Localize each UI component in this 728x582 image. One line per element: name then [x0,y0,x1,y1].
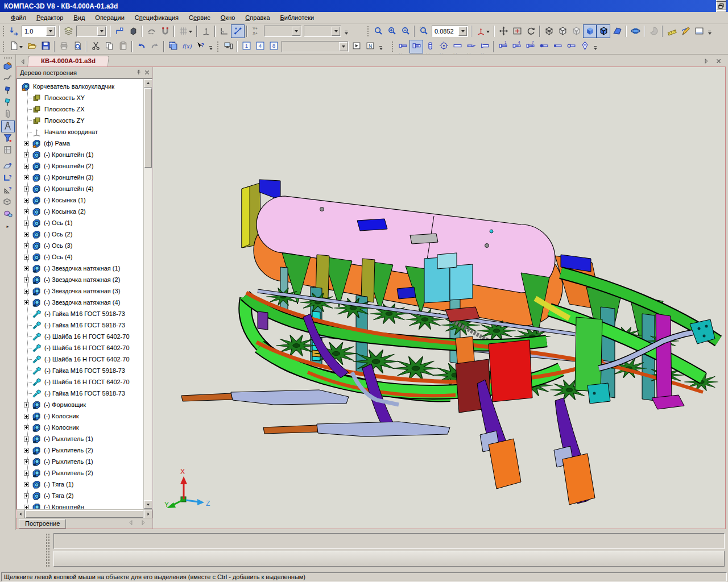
expand-icon[interactable] [24,436,29,442]
tree-item[interactable]: (-) Рыхлитель (1) [17,433,143,444]
fit-button[interactable] [510,24,524,38]
expand-icon[interactable] [24,152,29,157]
lib-bolt-1-button[interactable]: 1 [496,40,510,53]
pin-cyan-button[interactable] [1,97,15,109]
menu-Библиотеки[interactable]: Библиотеки [275,13,320,23]
maximize-button[interactable] [716,2,726,10]
expand-icon[interactable] [24,209,29,214]
assembly-3d-button[interactable] [1,209,15,221]
tree-item[interactable]: Начало координат [17,126,143,138]
tree-item[interactable]: (-) Гайка М16 ГОСТ 5918-73 [17,365,143,376]
lib-bolt-button[interactable]: .. [396,40,410,53]
check-corner-button[interactable]: ? [1,173,15,185]
rotate-3d-button[interactable] [628,24,642,38]
solid-shape-button[interactable] [126,24,140,38]
zoom-in-button[interactable] [385,24,399,38]
normal-mode-button[interactable]: N [363,40,377,53]
expand-icon[interactable] [24,482,29,487]
tree-item[interactable]: (-) Звездочка натяжная (4) [17,297,143,308]
tree-item[interactable]: (-) Кронштейн [17,501,143,509]
expand-icon[interactable] [24,141,29,146]
tree-root[interactable]: Корчеватель валкоукладчик [17,81,143,92]
state-8-button[interactable]: 8 [267,40,280,53]
scale-combo[interactable]: 0.0852 [432,26,468,37]
tree-item[interactable]: (-) Тяга (2) [17,490,143,501]
scroll-up-icon[interactable] [144,79,152,88]
new-button[interactable] [7,40,25,53]
lib-bolt2-button[interactable]: .. [410,40,423,53]
tree-item[interactable]: (-) Звездочка натяжная (3) [17,285,143,297]
tree-item[interactable]: (-) Косынка (1) [17,194,143,206]
expand-icon[interactable] [24,471,29,476]
construction-tree[interactable]: Корчеватель валкоукладчикПлоскость XYПло… [17,79,143,509]
compact-panel-expand-icon[interactable]: ▸ [6,224,9,229]
lib-screw2-button[interactable]: .. [478,40,491,53]
print-button[interactable] [57,40,71,53]
preview-button[interactable] [71,40,84,53]
snap-memory-button[interactable] [144,24,158,38]
local-cs-button[interactable] [199,24,213,38]
scroll-right-icon[interactable] [144,510,152,518]
zoom-window-button[interactable] [371,24,385,38]
lib-bolt-4-button[interactable]: 4 [510,40,523,53]
expand-icon[interactable] [24,425,29,430]
menu-Сервис[interactable]: Сервис [184,13,216,23]
tree-item[interactable]: (-) Кронштейн (2) [17,160,143,172]
tree-item[interactable]: (-) Ось (2) [17,228,143,240]
tree-item[interactable]: (-) Ось (1) [17,217,143,228]
lib-cylinder-button[interactable]: .. [423,40,437,53]
menu-Окно[interactable]: Окно [216,13,241,23]
menu-Редактор[interactable]: Редактор [31,13,68,23]
step-combo-dropdown-icon[interactable] [46,27,55,36]
property-panel-grip[interactable] [46,533,50,567]
tree-item[interactable]: (-) Колосник [17,422,143,433]
spline-button[interactable] [1,73,15,85]
undo-button[interactable] [134,40,148,53]
snap-magnet-button[interactable] [158,24,172,38]
copy-button[interactable] [102,40,116,53]
grid-button[interactable] [176,24,195,38]
tree-item[interactable]: (-) Кронштейн (4) [17,183,143,194]
tree-item[interactable]: (-) Гайка М16 ГОСТ 5918-73 [17,319,143,331]
ortho-drawing-button[interactable] [231,24,245,38]
hidden-thin-button[interactable] [569,24,583,38]
edit-part-button[interactable] [1,61,15,73]
lib-bolt-ring-button[interactable] [564,40,578,53]
tab-scroll-left-button[interactable] [18,57,27,66]
tree-item[interactable]: (-) Шайба 16 Н ГОСТ 6402-70 [17,331,143,342]
redo-button[interactable] [148,40,162,53]
scale-combo-dropdown-icon[interactable] [458,27,467,36]
filter-button[interactable] [1,132,15,144]
3d-viewport[interactable]: X Y Z [153,67,725,529]
tree-item[interactable]: (-) Рыхлитель (2) [17,444,143,456]
expand-icon[interactable] [24,175,29,180]
context-help-button[interactable]: ? [193,40,207,53]
coord-x-field[interactable] [264,26,301,37]
lib-bolt-fill-button[interactable] [537,40,551,53]
tree-tab-prev-icon[interactable] [126,518,135,527]
tree-item[interactable]: Плоскость ZX [17,103,143,115]
cut-button[interactable] [89,40,102,53]
orientation-button[interactable] [474,24,492,38]
zoom-area-button[interactable] [417,24,431,38]
menu-Операции[interactable]: Операции [90,13,129,23]
tree-item[interactable]: (-) Рыхлитель (1) [17,456,143,467]
expand-icon[interactable] [24,221,29,226]
tree-item[interactable]: (-) Рыхлитель (2) [17,467,143,479]
toolbar-grip[interactable] [2,26,5,37]
tab-construction[interactable]: Построение [19,519,66,529]
measure-tool-button[interactable] [1,120,15,132]
lib-bolt-7-button[interactable]: 7 [523,40,537,53]
tree-item[interactable]: (-) Шайба 16 Н ГОСТ 6402-70 [17,376,143,388]
sketch-button[interactable] [679,24,692,38]
tree-item[interactable]: (-) Колосник [17,410,143,422]
tree-item[interactable]: (-) Ось (4) [17,251,143,263]
expand-icon[interactable] [24,459,29,464]
geometry-button[interactable] [113,24,126,38]
lib-target-button[interactable]: .. [437,40,450,53]
hidden-lines-button[interactable] [556,24,569,38]
tree-item[interactable]: (-) Гайка М16 ГОСТ 5918-73 [17,388,143,399]
tree-item[interactable]: (-) Тяга (1) [17,479,143,490]
state-4-button[interactable]: 4 [253,40,267,53]
properties-button[interactable] [692,24,706,38]
